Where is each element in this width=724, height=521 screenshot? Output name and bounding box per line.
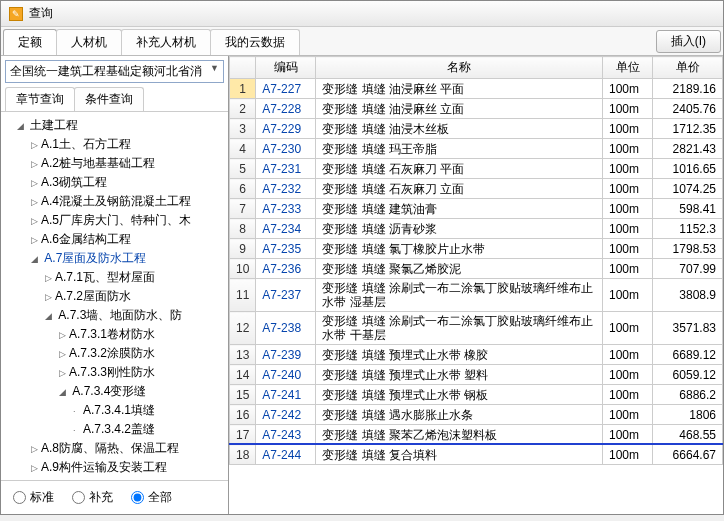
tree-node[interactable]: A.9构件运输及安装工程 [41,458,167,476]
table-row[interactable]: 14A7-240变形缝 填缝 预埋式止水带 塑料100m6059.12 [230,365,723,385]
app-icon: ✎ [9,7,23,21]
sub-tabbar: 章节查询条件查询 [1,87,228,112]
tree-expander[interactable]: ◢ [45,307,55,325]
tree-node[interactable]: A.7.3.1卷材防水 [69,325,155,343]
tree-node[interactable]: A.8防腐、隔热、保温工程 [41,439,179,457]
tree-expander[interactable]: ▷ [31,212,41,230]
catalog-dropdown[interactable]: 全国统一建筑工程基础定额河北省消 [5,60,224,83]
tree-node[interactable]: A.2桩与地基基础工程 [41,154,155,172]
tree-node[interactable]: A.7.2屋面防水 [55,287,131,305]
tree-expander[interactable]: · [73,421,83,439]
tree-node[interactable]: A.10厂区道路及排水工程 [41,477,174,480]
insert-button[interactable]: 插入(I) [656,30,721,53]
table-row[interactable]: 10A7-236变形缝 填缝 聚氯乙烯胶泥100m707.99 [230,259,723,279]
tree-expander[interactable]: ▷ [45,288,55,306]
table-row[interactable]: 4A7-230变形缝 填缝 玛王帝脂100m2821.43 [230,139,723,159]
tree-expander[interactable]: ▷ [31,193,41,211]
tree-expander[interactable]: ▷ [31,440,41,458]
main-tab-3[interactable]: 我的云数据 [210,29,300,55]
filter-radios: 标准 补充 全部 [1,480,228,514]
tree-node[interactable]: A.7.3.3刚性防水 [69,363,155,381]
col-header[interactable]: 编码 [256,57,316,79]
tree-expander[interactable]: ▷ [31,136,41,154]
table-row[interactable]: 16A7-242变形缝 填缝 遇水膨胀止水条100m1806 [230,405,723,425]
tree-expander[interactable]: ▷ [45,269,55,287]
table-row[interactable]: 15A7-241变形缝 填缝 预埋式止水带 钢板100m6886.2 [230,385,723,405]
tree-expander[interactable]: ▷ [31,231,41,249]
tree-root[interactable]: 土建工程 [30,116,78,134]
tree-node[interactable]: A.7.1瓦、型材屋面 [55,268,155,286]
table-row[interactable]: 12A7-238变形缝 填缝 涂刷式一布二涂氯丁胶贴玻璃纤维布止水带 干基层10… [230,312,723,345]
table-row[interactable]: 18A7-244变形缝 填缝 复合填料100m6664.67 [230,445,723,465]
tree-expander[interactable]: ▷ [59,345,69,363]
table-row[interactable]: 7A7-233变形缝 填缝 建筑油膏100m598.41 [230,199,723,219]
radio-2[interactable]: 全部 [131,489,172,506]
window-title: 查询 [29,5,53,22]
tree-node[interactable]: A.7.3.4.2盖缝 [83,420,155,438]
main-tab-0[interactable]: 定额 [3,29,57,55]
main-tab-1[interactable]: 人材机 [56,29,122,55]
tree-expander[interactable]: ▷ [31,174,41,192]
table-row[interactable]: 13A7-239变形缝 填缝 预埋式止水带 橡胶100m6689.12 [230,345,723,365]
main-tab-2[interactable]: 补充人材机 [121,29,211,55]
radio-1[interactable]: 补充 [72,489,113,506]
table-row[interactable]: 8A7-234变形缝 填缝 沥青砂浆100m1152.3 [230,219,723,239]
table-row[interactable]: 3A7-229变形缝 填缝 油浸木丝板100m1712.35 [230,119,723,139]
tree-expander[interactable]: ◢ [59,383,69,401]
table-row[interactable]: 5A7-231变形缝 填缝 石灰麻刀 平面100m1016.65 [230,159,723,179]
tree-node[interactable]: A.1土、石方工程 [41,135,131,153]
tree-node-a734[interactable]: A.7.3.4变形缝 [72,382,146,400]
col-header[interactable]: 单价 [653,57,723,79]
tree-node[interactable]: A.3砌筑工程 [41,173,107,191]
tree-expander[interactable]: ▷ [31,478,41,480]
titlebar: ✎ 查询 [1,1,723,27]
sub-tab-0[interactable]: 章节查询 [5,87,75,111]
tree-expander[interactable]: ▷ [59,326,69,344]
tree-view[interactable]: ◢ 土建工程 ▷A.1土、石方工程▷A.2桩与地基基础工程▷A.3砌筑工程▷A.… [1,112,228,480]
highlight-line [229,443,723,445]
tree-node[interactable]: A.7.3.4.1填缝 [83,401,155,419]
main-tabbar: 定额人材机补充人材机我的云数据 插入(I) [1,27,723,56]
tree-node-a73[interactable]: A.7.3墙、地面防水、防 [58,306,182,324]
tree-expander[interactable]: ◢ [17,117,27,135]
sub-tab-1[interactable]: 条件查询 [74,87,144,111]
data-grid[interactable]: 编码名称单位单价 1A7-227变形缝 填缝 油浸麻丝 平面100m2189.1… [229,56,723,514]
tree-node[interactable]: A.5厂库房大门、特种门、木 [41,211,191,229]
col-header[interactable]: 名称 [316,57,603,79]
table-row[interactable]: 1A7-227变形缝 填缝 油浸麻丝 平面100m2189.16 [230,79,723,99]
tree-node[interactable]: A.7.3.2涂膜防水 [69,344,155,362]
tree-expander[interactable]: ▷ [31,459,41,477]
table-row[interactable]: 11A7-237变形缝 填缝 涂刷式一布二涂氯丁胶贴玻璃纤维布止水带 湿基层10… [230,279,723,312]
table-row[interactable]: 17A7-243变形缝 填缝 聚苯乙烯泡沫塑料板100m468.55 [230,425,723,445]
col-header[interactable]: 单位 [603,57,653,79]
tree-node-a7[interactable]: A.7屋面及防水工程 [44,249,146,267]
tree-expander[interactable]: ▷ [59,364,69,382]
tree-expander[interactable]: ▷ [31,155,41,173]
tree-node[interactable]: A.6金属结构工程 [41,230,131,248]
tree-node[interactable]: A.4混凝土及钢筋混凝土工程 [41,192,191,210]
tree-expander[interactable]: ◢ [31,250,41,268]
tree-expander[interactable]: · [73,402,83,420]
table-row[interactable]: 2A7-228变形缝 填缝 油浸麻丝 立面100m2405.76 [230,99,723,119]
radio-0[interactable]: 标准 [13,489,54,506]
table-row[interactable]: 6A7-232变形缝 填缝 石灰麻刀 立面100m1074.25 [230,179,723,199]
table-row[interactable]: 9A7-235变形缝 填缝 氯丁橡胶片止水带100m1798.53 [230,239,723,259]
